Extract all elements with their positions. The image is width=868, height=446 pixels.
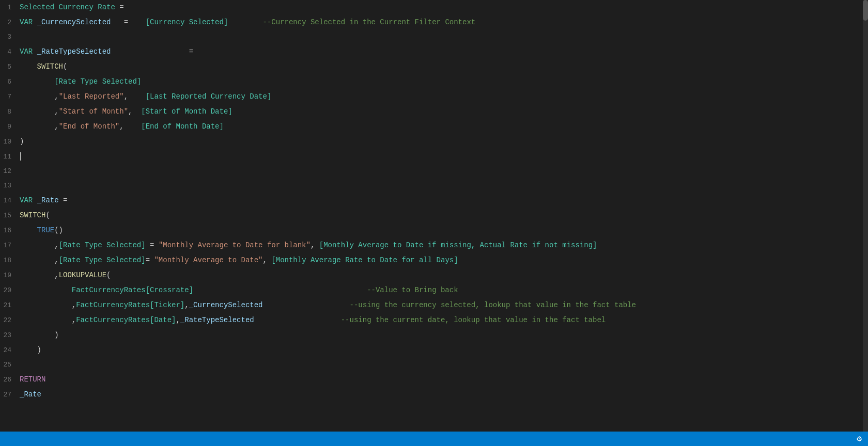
token-plain: ( bbox=[106, 271, 111, 279]
token-bracket-ref: [Monthly Average to Date if missing, Act… bbox=[319, 241, 597, 249]
line-number: 19 bbox=[0, 268, 16, 283]
code-line: 12 bbox=[0, 164, 868, 179]
line-content: ) bbox=[16, 328, 868, 342]
token-comment: --Value to Bring back bbox=[367, 286, 458, 294]
token-plain: , bbox=[20, 107, 59, 116]
line-number: 22 bbox=[0, 313, 16, 328]
token-light-blue: _CurrencySelected bbox=[189, 301, 263, 309]
token-cyan-var: FactCurrencyRates[Date] bbox=[76, 316, 176, 324]
line-number: 21 bbox=[0, 298, 16, 313]
token-plain: , bbox=[20, 316, 76, 324]
line-number: 4 bbox=[0, 45, 16, 59]
token-plain bbox=[263, 301, 350, 309]
token-plain: , bbox=[20, 271, 59, 279]
line-number: 5 bbox=[0, 60, 16, 74]
token-plain: , bbox=[128, 107, 141, 116]
line-content: ,FactCurrencyRates[Ticker],_CurrencySele… bbox=[16, 298, 868, 312]
token-cyan-var: FactCurrencyRates[Crossrate] bbox=[72, 286, 193, 294]
token-plain: ) bbox=[20, 346, 41, 354]
token-kw-var-name: _Rate bbox=[37, 196, 59, 204]
token-plain: ) bbox=[20, 331, 59, 339]
token-plain: , bbox=[20, 301, 76, 309]
token-plain: = bbox=[115, 3, 124, 11]
line-content: [Rate Type Selected] bbox=[16, 74, 868, 89]
line-number: 25 bbox=[0, 358, 16, 372]
token-kw-var-name: _RateTypeSelected bbox=[37, 47, 111, 56]
line-number: 23 bbox=[0, 328, 16, 343]
token-plain bbox=[20, 62, 37, 71]
scrollbar[interactable] bbox=[863, 0, 868, 446]
token-plain: = bbox=[111, 18, 145, 26]
token-plain: , bbox=[263, 256, 272, 264]
line-content: FactCurrencyRates[Crossrate] --Value to … bbox=[16, 283, 868, 297]
token-bracket-ref: [Rate Type Selected] bbox=[54, 77, 141, 86]
line-content: ) bbox=[16, 134, 868, 149]
token-plain bbox=[20, 286, 72, 294]
token-plain bbox=[228, 18, 262, 26]
code-line: 17 ,[Rate Type Selected] = "Monthly Aver… bbox=[0, 238, 868, 253]
line-number: 13 bbox=[0, 179, 16, 193]
token-plain: ( bbox=[45, 211, 50, 219]
token-light-blue: _Rate bbox=[20, 390, 41, 399]
token-kw-var: VAR bbox=[20, 196, 33, 204]
scrollbar-thumb[interactable] bbox=[863, 0, 868, 21]
code-line: 16 TRUE() bbox=[0, 223, 868, 238]
line-number: 8 bbox=[0, 105, 16, 119]
line-content: SWITCH( bbox=[16, 59, 868, 74]
token-bracket-ref: [End of Month Date] bbox=[141, 122, 224, 131]
code-line: 13 bbox=[0, 179, 868, 193]
code-line: 24 ) bbox=[0, 343, 868, 358]
token-plain: , bbox=[184, 301, 189, 309]
line-content: RETURN bbox=[16, 372, 868, 387]
code-line: 26RETURN bbox=[0, 372, 868, 387]
line-number: 14 bbox=[0, 194, 16, 208]
code-line: 1Selected Currency Rate = bbox=[0, 0, 868, 15]
token-plain: ( bbox=[63, 62, 67, 71]
token-comment: --using the current date, lookup that va… bbox=[341, 316, 606, 324]
token-bool-val: TRUE bbox=[37, 226, 55, 234]
token-plain: = bbox=[146, 256, 154, 264]
line-number: 27 bbox=[0, 388, 16, 402]
token-plain: ) bbox=[20, 137, 24, 146]
code-line: 27_Rate bbox=[0, 387, 868, 402]
code-line: 3 bbox=[0, 30, 868, 44]
settings-icon: ⚙ bbox=[857, 434, 862, 444]
token-plain: , bbox=[20, 122, 59, 131]
token-plain: = bbox=[111, 47, 193, 56]
token-plain: , bbox=[176, 316, 180, 324]
token-comment: --using the currency selected, lookup th… bbox=[350, 301, 637, 309]
line-content: ,"Last Reported", [Last Reported Currenc… bbox=[16, 89, 868, 104]
code-line: 23 ) bbox=[0, 328, 868, 343]
token-string: "Monthly Average to Date for blank" bbox=[159, 241, 311, 249]
line-number: 9 bbox=[0, 120, 16, 134]
token-cyan-var: FactCurrencyRates[Ticker] bbox=[76, 301, 184, 309]
token-plain bbox=[33, 18, 37, 26]
line-content: _Rate bbox=[16, 387, 868, 402]
token-kw-func: SWITCH bbox=[37, 62, 63, 71]
token-plain bbox=[33, 47, 37, 56]
line-content: ,FactCurrencyRates[Date],_RateTypeSelect… bbox=[16, 313, 868, 327]
token-kw-var: VAR bbox=[20, 47, 33, 56]
token-kw-var-name: _CurrencySelected bbox=[37, 18, 111, 26]
line-content: VAR _RateTypeSelected = bbox=[16, 44, 868, 59]
code-line: 19 ,LOOKUPVALUE( bbox=[0, 268, 868, 283]
code-line: 4VAR _RateTypeSelected = bbox=[0, 44, 868, 59]
line-number: 24 bbox=[0, 343, 16, 358]
token-kw-return: RETURN bbox=[20, 375, 45, 384]
token-plain: = bbox=[146, 241, 159, 249]
token-string: "End of Month" bbox=[59, 122, 120, 131]
code-line: 7 ,"Last Reported", [Last Reported Curre… bbox=[0, 89, 868, 104]
token-comment: --Currency Selected in the Current Filte… bbox=[263, 18, 476, 26]
token-string: "Monthly Average to Date" bbox=[154, 256, 262, 264]
line-content: SWITCH( bbox=[16, 208, 868, 222]
code-line: 21 ,FactCurrencyRates[Ticker],_CurrencyS… bbox=[0, 298, 868, 313]
line-number: 18 bbox=[0, 253, 16, 268]
token-plain: , bbox=[20, 92, 59, 101]
token-kw-func: LOOKUPVALUE bbox=[59, 271, 106, 279]
token-bracket-ref: [Last Reported Currency Date] bbox=[146, 92, 272, 101]
line-number: 11 bbox=[0, 150, 16, 164]
line-content: Selected Currency Rate = bbox=[16, 0, 868, 14]
line-content: ,[Rate Type Selected]= "Monthly Average … bbox=[16, 253, 868, 267]
token-light-blue: _RateTypeSelected bbox=[180, 316, 254, 324]
token-plain: , bbox=[124, 92, 146, 101]
